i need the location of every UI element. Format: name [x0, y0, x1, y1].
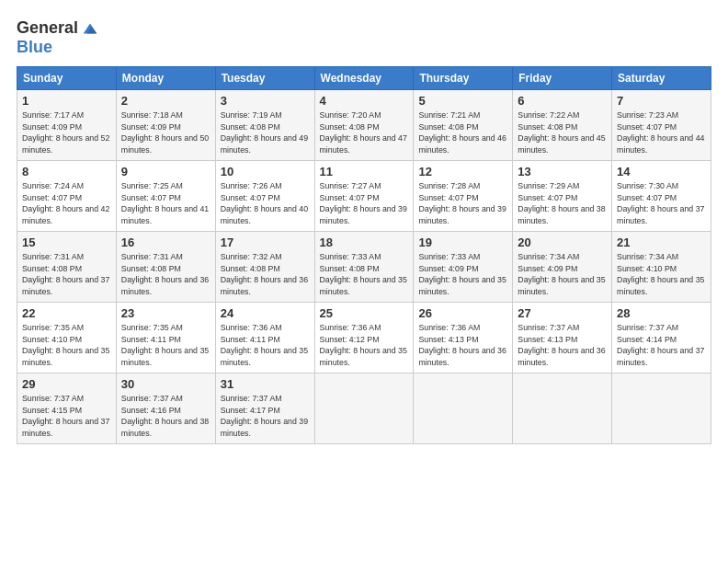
day-number: 3	[221, 94, 310, 108]
day-number: 24	[221, 306, 310, 320]
day-info: Sunrise: 7:27 AMSunset: 4:07 PMDaylight:…	[320, 181, 407, 225]
weekday-header-sunday: Sunday	[17, 66, 117, 89]
calendar-cell: 25 Sunrise: 7:36 AMSunset: 4:12 PMDaylig…	[314, 302, 414, 373]
calendar-cell: 24 Sunrise: 7:36 AMSunset: 4:11 PMDaylig…	[215, 302, 314, 373]
calendar-cell: 26 Sunrise: 7:36 AMSunset: 4:13 PMDaylig…	[414, 302, 513, 373]
logo-icon	[80, 18, 100, 39]
day-info: Sunrise: 7:37 AMSunset: 4:13 PMDaylight:…	[518, 323, 605, 367]
weekday-header-thursday: Thursday	[414, 66, 513, 89]
day-info: Sunrise: 7:31 AMSunset: 4:08 PMDaylight:…	[121, 252, 209, 296]
day-number: 7	[617, 94, 706, 108]
calendar-cell: 31 Sunrise: 7:37 AMSunset: 4:17 PMDaylig…	[215, 373, 314, 443]
day-number: 26	[418, 306, 507, 320]
weekday-header-monday: Monday	[116, 66, 215, 89]
calendar-cell: 3 Sunrise: 7:19 AMSunset: 4:08 PMDayligh…	[215, 89, 314, 160]
day-number: 12	[418, 165, 507, 178]
calendar-cell: 6 Sunrise: 7:22 AMSunset: 4:08 PMDayligh…	[513, 89, 612, 160]
day-info: Sunrise: 7:26 AMSunset: 4:07 PMDaylight:…	[221, 181, 308, 225]
day-number: 9	[121, 165, 210, 178]
day-number: 20	[518, 236, 607, 249]
calendar-header: SundayMondayTuesdayWednesdayThursdayFrid…	[17, 66, 711, 89]
day-info: Sunrise: 7:32 AMSunset: 4:08 PMDaylight:…	[221, 252, 308, 296]
calendar-cell: 15 Sunrise: 7:31 AMSunset: 4:08 PMDaylig…	[17, 231, 117, 302]
calendar-cell: 12 Sunrise: 7:28 AMSunset: 4:07 PMDaylig…	[414, 160, 513, 231]
day-number: 27	[518, 306, 607, 320]
day-number: 19	[418, 236, 507, 249]
day-info: Sunrise: 7:35 AMSunset: 4:11 PMDaylight:…	[121, 323, 209, 367]
day-info: Sunrise: 7:35 AMSunset: 4:10 PMDaylight:…	[22, 323, 109, 367]
day-number: 10	[221, 165, 310, 178]
day-info: Sunrise: 7:25 AMSunset: 4:07 PMDaylight:…	[121, 181, 209, 225]
page-header: General Blue	[17, 15, 711, 57]
calendar-cell	[414, 373, 513, 443]
day-info: Sunrise: 7:30 AMSunset: 4:07 PMDaylight:…	[617, 181, 704, 225]
day-info: Sunrise: 7:21 AMSunset: 4:08 PMDaylight:…	[418, 110, 506, 155]
day-number: 23	[121, 306, 210, 320]
calendar-cell: 1 Sunrise: 7:17 AMSunset: 4:09 PMDayligh…	[17, 89, 117, 160]
day-info: Sunrise: 7:17 AMSunset: 4:09 PMDaylight:…	[22, 110, 109, 155]
calendar-cell: 22 Sunrise: 7:35 AMSunset: 4:10 PMDaylig…	[17, 302, 117, 373]
calendar-cell: 4 Sunrise: 7:20 AMSunset: 4:08 PMDayligh…	[314, 89, 414, 160]
day-number: 4	[320, 94, 409, 108]
calendar-table: SundayMondayTuesdayWednesdayThursdayFrid…	[17, 66, 711, 444]
calendar-cell: 17 Sunrise: 7:32 AMSunset: 4:08 PMDaylig…	[215, 231, 314, 302]
day-info: Sunrise: 7:37 AMSunset: 4:15 PMDaylight:…	[22, 394, 109, 438]
calendar-cell: 21 Sunrise: 7:34 AMSunset: 4:10 PMDaylig…	[612, 231, 711, 302]
day-number: 14	[617, 165, 706, 178]
day-number: 31	[221, 377, 310, 391]
day-info: Sunrise: 7:37 AMSunset: 4:14 PMDaylight:…	[617, 323, 704, 367]
weekday-header-friday: Friday	[513, 66, 612, 89]
calendar-cell: 10 Sunrise: 7:26 AMSunset: 4:07 PMDaylig…	[215, 160, 314, 231]
day-info: Sunrise: 7:36 AMSunset: 4:11 PMDaylight:…	[221, 323, 308, 367]
day-number: 2	[121, 94, 210, 108]
calendar-cell: 19 Sunrise: 7:33 AMSunset: 4:09 PMDaylig…	[414, 231, 513, 302]
day-info: Sunrise: 7:33 AMSunset: 4:09 PMDaylight:…	[418, 252, 506, 296]
day-info: Sunrise: 7:19 AMSunset: 4:08 PMDaylight:…	[221, 110, 308, 155]
calendar-cell: 30 Sunrise: 7:37 AMSunset: 4:16 PMDaylig…	[116, 373, 215, 443]
day-number: 11	[320, 165, 409, 178]
day-info: Sunrise: 7:34 AMSunset: 4:09 PMDaylight:…	[518, 252, 605, 296]
day-info: Sunrise: 7:24 AMSunset: 4:07 PMDaylight:…	[22, 181, 109, 225]
day-number: 1	[22, 94, 111, 108]
calendar-cell: 18 Sunrise: 7:33 AMSunset: 4:08 PMDaylig…	[314, 231, 414, 302]
calendar-cell: 13 Sunrise: 7:29 AMSunset: 4:07 PMDaylig…	[513, 160, 612, 231]
day-info: Sunrise: 7:36 AMSunset: 4:13 PMDaylight:…	[418, 323, 506, 367]
day-number: 21	[617, 236, 706, 249]
calendar-cell: 29 Sunrise: 7:37 AMSunset: 4:15 PMDaylig…	[17, 373, 117, 443]
calendar-cell: 2 Sunrise: 7:18 AMSunset: 4:09 PMDayligh…	[116, 89, 215, 160]
day-info: Sunrise: 7:18 AMSunset: 4:09 PMDaylight:…	[121, 110, 209, 155]
day-info: Sunrise: 7:37 AMSunset: 4:17 PMDaylight:…	[221, 394, 308, 438]
calendar-cell: 27 Sunrise: 7:37 AMSunset: 4:13 PMDaylig…	[513, 302, 612, 373]
day-number: 25	[320, 306, 409, 320]
calendar-cell	[314, 373, 414, 443]
calendar-cell: 14 Sunrise: 7:30 AMSunset: 4:07 PMDaylig…	[612, 160, 711, 231]
weekday-header-wednesday: Wednesday	[314, 66, 414, 89]
calendar-cell: 8 Sunrise: 7:24 AMSunset: 4:07 PMDayligh…	[17, 160, 117, 231]
calendar-cell: 20 Sunrise: 7:34 AMSunset: 4:09 PMDaylig…	[513, 231, 612, 302]
day-number: 17	[221, 236, 310, 249]
day-info: Sunrise: 7:29 AMSunset: 4:07 PMDaylight:…	[518, 181, 605, 225]
logo-blue-text: Blue	[17, 38, 52, 56]
calendar-cell: 7 Sunrise: 7:23 AMSunset: 4:07 PMDayligh…	[612, 89, 711, 160]
calendar-cell: 16 Sunrise: 7:31 AMSunset: 4:08 PMDaylig…	[116, 231, 215, 302]
weekday-header-tuesday: Tuesday	[215, 66, 314, 89]
calendar-cell	[513, 373, 612, 443]
day-number: 28	[617, 306, 706, 320]
calendar-cell: 9 Sunrise: 7:25 AMSunset: 4:07 PMDayligh…	[116, 160, 215, 231]
calendar-cell: 28 Sunrise: 7:37 AMSunset: 4:14 PMDaylig…	[612, 302, 711, 373]
day-number: 13	[518, 165, 607, 178]
day-info: Sunrise: 7:34 AMSunset: 4:10 PMDaylight:…	[617, 252, 704, 296]
weekday-header-saturday: Saturday	[612, 66, 711, 89]
day-info: Sunrise: 7:28 AMSunset: 4:07 PMDaylight:…	[418, 181, 506, 225]
day-number: 6	[518, 94, 607, 108]
day-number: 5	[418, 94, 507, 108]
day-info: Sunrise: 7:37 AMSunset: 4:16 PMDaylight:…	[121, 394, 209, 438]
day-info: Sunrise: 7:31 AMSunset: 4:08 PMDaylight:…	[22, 252, 109, 296]
day-number: 18	[320, 236, 409, 249]
day-info: Sunrise: 7:20 AMSunset: 4:08 PMDaylight:…	[320, 110, 407, 155]
calendar-cell	[612, 373, 711, 443]
logo: General Blue	[17, 18, 100, 57]
day-number: 15	[22, 236, 111, 249]
day-info: Sunrise: 7:22 AMSunset: 4:08 PMDaylight:…	[518, 110, 605, 155]
logo-general-text: General	[17, 18, 78, 37]
